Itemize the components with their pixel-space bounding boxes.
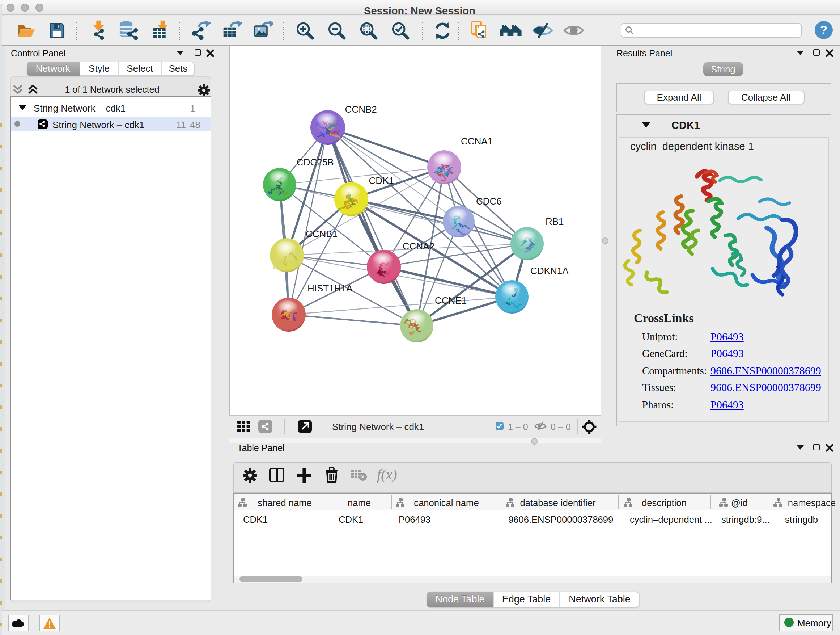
svg-text:CCNB2: CCNB2 <box>345 103 377 114</box>
svg-text:CDC25B: CDC25B <box>296 157 333 167</box>
svg-text:CDK1: CDK1 <box>369 175 393 186</box>
svg-text:RB1: RB1 <box>545 216 564 226</box>
svg-text:CDC6: CDC6 <box>476 195 501 206</box>
svg-text:CCNA1: CCNA1 <box>461 135 493 146</box>
svg-text:CCNA2: CCNA2 <box>402 241 434 251</box>
svg-text:CCNB1: CCNB1 <box>305 228 337 239</box>
svg-text:CCNE1: CCNE1 <box>434 295 466 306</box>
svg-text:HIST1H1A: HIST1H1A <box>307 282 352 293</box>
svg-text:CDKN1A: CDKN1A <box>530 265 568 276</box>
